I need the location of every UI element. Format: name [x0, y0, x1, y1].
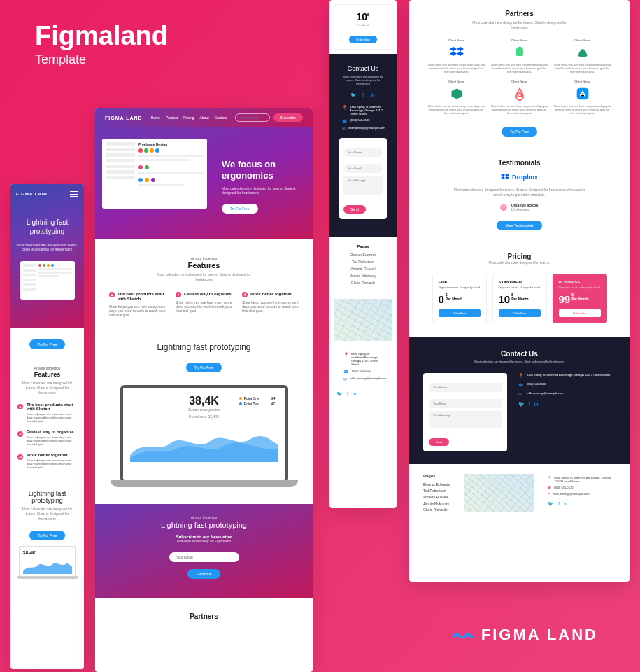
footer-link[interactable]: Gloria Richards [423, 507, 450, 512]
order-button[interactable]: Order Now [499, 309, 541, 317]
feature-body: Slate helps you see how many more days y… [27, 458, 77, 469]
dropbox-icon [501, 174, 509, 181]
proto-subtitle: Most calendars are designed for teams. S… [20, 507, 74, 522]
contact-section: Contact Us Most calendars are designed f… [329, 54, 397, 237]
newsletter-email-input[interactable] [169, 552, 239, 562]
message-input[interactable] [343, 176, 383, 195]
facebook-icon[interactable]: f [347, 391, 348, 397]
dropbox-icon [449, 45, 464, 60]
linkedin-icon[interactable]: in [534, 402, 538, 407]
order-button[interactable]: Order Now [559, 309, 601, 317]
subscribe-button[interactable]: Subscribe [273, 113, 303, 122]
airbnb-icon [512, 86, 527, 102]
proto-title: Lightning fast prototyping [95, 342, 313, 352]
send-button[interactable]: Send [429, 438, 449, 446]
phone-text: (843) 555-0130 [350, 118, 369, 122]
footer-link[interactable]: Jennie Mckinney [423, 501, 450, 505]
basecamp-icon [575, 45, 590, 60]
newsletter-subscribe-button[interactable]: Subscribe [187, 569, 220, 579]
email-input[interactable] [235, 113, 270, 122]
email-input[interactable] [429, 399, 502, 408]
page-link[interactable]: Jennie Mckinney [336, 274, 390, 278]
page-link[interactable]: Ted Robertson [336, 260, 390, 264]
brand-logo: FIGMA LAND [453, 626, 598, 644]
map-widget[interactable] [334, 299, 392, 341]
legend-label: Point Two [244, 402, 259, 406]
nav-link[interactable]: About [200, 115, 209, 120]
nav-link[interactable]: Pricing [183, 115, 194, 120]
location-icon: 📍 [343, 352, 348, 357]
partners-section: Partners [95, 598, 313, 634]
hero-title: Lightning fast prototyping [16, 218, 78, 236]
twitter-icon[interactable]: 🐦 [350, 92, 356, 98]
partner-body: Slate helps you see how many more days y… [491, 63, 548, 74]
try-free-button[interactable]: Try For Free [29, 340, 66, 349]
footer-link[interactable]: Annette Russell [423, 495, 450, 499]
name-input[interactable] [429, 383, 502, 392]
hero-mockup [20, 261, 75, 300]
hamburger-icon[interactable] [70, 191, 78, 197]
facebook-icon[interactable]: f [360, 92, 366, 98]
newsletter-eyebrow: At your fingertips [109, 515, 299, 519]
try-free-button[interactable]: Try For Free [502, 127, 538, 136]
order-button[interactable]: Order Now [349, 36, 376, 43]
try-free-button[interactable]: Try For Free [222, 204, 258, 214]
feature-body: Slate helps you see how many more days y… [27, 435, 77, 446]
pages-section: Pages Eleanor Edwards Ted Robertson Anne… [329, 237, 397, 295]
facebook-icon[interactable]: f [529, 402, 530, 407]
apiary-icon [449, 86, 464, 102]
twitter-icon[interactable]: 🐦 [548, 501, 554, 507]
page-link[interactable]: Gloria Richards [336, 281, 390, 285]
twitter-icon[interactable]: 🐦 [336, 391, 343, 397]
footer-socials: 🐦 f in [329, 388, 397, 404]
chart-legend: Point One24 Point Two47 [239, 396, 276, 407]
brand-text: FIGMA LAND [481, 626, 598, 644]
page-link[interactable]: Eleanor Edwards [336, 253, 390, 257]
twitter-icon[interactable]: 🐦 [518, 402, 525, 407]
page-title: Figmaland [35, 21, 168, 51]
order-button[interactable]: Order Now [439, 309, 481, 317]
legend-value: 24 [271, 396, 276, 400]
plan-name: STANDARD [499, 280, 541, 284]
nav-link[interactable]: Product [166, 115, 178, 120]
phone-text: (843) 555-0130 [352, 369, 371, 372]
footer-link[interactable]: Ted Robertson [423, 489, 450, 493]
newsletter-avail: Available exclusively on Figmaland [109, 539, 299, 543]
organize-icon: ✦ [176, 292, 181, 298]
name-input[interactable] [343, 148, 383, 157]
price-card-business: BUSINESS Organize across all apps by han… [553, 274, 607, 323]
linkedin-icon[interactable]: in [370, 92, 376, 98]
feature-item: ✦Fastest way to organizeSlate helps you … [176, 292, 232, 317]
message-input[interactable] [429, 411, 502, 428]
page-subtitle: Template [35, 52, 168, 67]
footer-pages: Pages Eleanor Edwards Ted Robertson Anne… [423, 474, 450, 514]
email-text: willie.jennings@example.com [350, 377, 387, 380]
send-button[interactable]: Send [343, 205, 366, 214]
feature-item: ◆The best products start with SketchSlat… [109, 292, 166, 317]
nav-link[interactable]: Home [151, 115, 160, 120]
try-free-button[interactable]: Try For Free [29, 531, 66, 540]
feature-title: The best products start with Sketch [118, 292, 166, 302]
plan-desc: Organize across all apps by hand [559, 286, 601, 289]
hero-section: Freelance Design We focus on ergonomics … [95, 127, 313, 239]
footer-heading: Pages [423, 474, 450, 478]
linkedin-icon[interactable]: in [564, 501, 567, 507]
page-link[interactable]: Annette Russell [336, 267, 390, 271]
testimonial-quote: Most calendars are designed for teams. S… [450, 188, 590, 197]
facebook-icon[interactable]: f [558, 501, 560, 507]
price-period: Per Month [340, 23, 386, 27]
linkedin-icon[interactable]: in [353, 391, 356, 397]
price-card-standard: STANDARD Organize across all apps by han… [492, 274, 547, 323]
features-eyebrow: At your fingertips [17, 366, 77, 371]
navbar: FIGMA LAND Home Product Pricing About Co… [95, 108, 313, 127]
email-icon: ✉ [343, 377, 347, 382]
footer-map[interactable] [464, 474, 534, 512]
more-testimonials-button[interactable]: More Testimonials [497, 220, 541, 230]
pricing-section: Pricing Most calendars are designed for … [409, 243, 630, 337]
footer-link[interactable]: Eleanor Edwards [423, 482, 450, 486]
try-free-button[interactable]: Try For Free [186, 363, 222, 372]
location-icon: 📍 [342, 105, 347, 110]
nav-link[interactable]: Contact [215, 115, 227, 120]
email-input[interactable] [343, 164, 383, 173]
contact-title: Contact Us [423, 350, 616, 358]
